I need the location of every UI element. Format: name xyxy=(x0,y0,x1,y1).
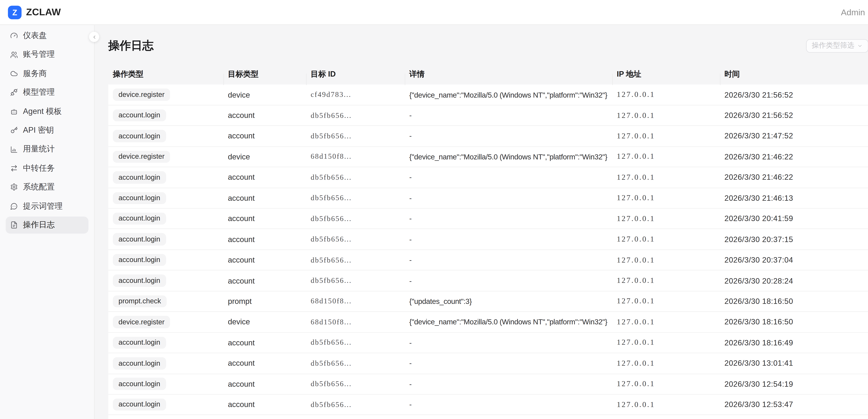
cell-time: 2026/3/30 20:37:04 xyxy=(720,256,868,264)
sidebar-item-operation-logs[interactable]: 操作日志 xyxy=(6,216,89,234)
top-bar: Z ZCLAW Admin xyxy=(0,0,868,25)
sidebar-item-models[interactable]: 模型管理 xyxy=(6,84,89,101)
action-type-tag: prompt.check xyxy=(113,295,167,307)
cell-time: 2026/3/30 18:16:49 xyxy=(720,338,868,347)
table-row: device.registerdevice68d150f8...{"device… xyxy=(108,147,868,168)
sidebar-item-api-keys[interactable]: API 密钥 xyxy=(6,122,89,139)
cell-target-id: db5fb656... xyxy=(306,131,405,141)
page-title: 操作日志 xyxy=(108,38,154,53)
cell-ip: 127.0.0.1 xyxy=(612,173,720,182)
sidebar-item-label: 仪表盘 xyxy=(23,31,47,41)
table-row: account.loginaccountdb5fb656...-127.0.0.… xyxy=(108,168,868,188)
cell-detail: - xyxy=(405,400,612,409)
cell-target-id: cf49d783... xyxy=(306,90,405,99)
cell-action-type: account.login xyxy=(108,378,223,390)
action-type-tag: account.login xyxy=(113,398,166,411)
cell-ip: 127.0.0.1 xyxy=(612,400,720,409)
chevron-down-icon xyxy=(857,43,863,49)
cell-target-id: db5fb656... xyxy=(306,256,405,265)
cell-action-type: account.login xyxy=(108,171,223,183)
cell-action-type: prompt.check xyxy=(108,295,223,307)
cell-action-type: device.register xyxy=(108,151,223,163)
cell-target-type: device xyxy=(223,318,306,326)
cell-action-type: account.login xyxy=(108,130,223,142)
sidebar-item-dashboard[interactable]: 仪表盘 xyxy=(6,27,89,44)
cell-ip: 127.0.0.1 xyxy=(612,214,720,223)
column-header-1: 目标类型 xyxy=(223,69,306,80)
cell-detail: - xyxy=(405,111,612,120)
chat-dots-icon xyxy=(10,202,18,210)
column-header-3: 详情 xyxy=(405,69,612,80)
cell-target-type: prompt xyxy=(223,297,306,306)
action-type-tag: account.login xyxy=(113,378,166,390)
users-icon xyxy=(10,51,18,59)
cell-ip: 127.0.0.1 xyxy=(612,131,720,141)
filter-placeholder: 操作类型筛选 xyxy=(812,41,854,51)
cell-detail: - xyxy=(405,338,612,347)
operation-logs-table: 操作类型目标类型目标 ID详情IP 地址时间 device.registerde… xyxy=(108,64,868,419)
cell-ip: 127.0.0.1 xyxy=(612,380,720,388)
table-header-row: 操作类型目标类型目标 ID详情IP 地址时间 xyxy=(108,64,868,85)
cell-target-type: account xyxy=(223,380,306,388)
cell-target-id: db5fb656... xyxy=(306,111,405,120)
cell-time: 2026/3/30 20:41:59 xyxy=(720,214,868,223)
cell-time: 2026/3/30 12:53:47 xyxy=(720,400,868,409)
table-row: account.loginaccountdb5fb656...-127.0.0.… xyxy=(108,106,868,126)
cell-action-type: device.register xyxy=(108,316,223,328)
sidebar-item-prompts[interactable]: 提示词管理 xyxy=(6,198,89,215)
cell-target-type: account xyxy=(223,276,306,285)
arrows-swap-icon xyxy=(10,164,18,172)
cell-target-type: account xyxy=(223,132,306,140)
action-type-tag: account.login xyxy=(113,336,166,349)
table-row: prompt.checkprompt68d150f8...{"updates_c… xyxy=(108,291,868,312)
cell-time: 2026/3/30 21:46:22 xyxy=(720,152,868,161)
cell-action-type: account.login xyxy=(108,254,223,266)
cell-ip: 127.0.0.1 xyxy=(612,193,720,203)
sidebar-item-providers[interactable]: 服务商 xyxy=(6,65,89,82)
cell-time: 2026/3/30 21:56:52 xyxy=(720,90,868,99)
sidebar-item-label: 模型管理 xyxy=(23,87,55,98)
cell-detail: - xyxy=(405,256,612,264)
action-type-tag: account.login xyxy=(113,110,166,122)
table-row: account.loginaccountdb5fb656...-127.0.0.… xyxy=(108,126,868,147)
cell-ip: 127.0.0.1 xyxy=(612,235,720,244)
sidebar-item-system-config[interactable]: 系统配置 xyxy=(6,179,89,196)
sidebar: 仪表盘账号管理服务商模型管理Agent 模板API 密钥用量统计中转任务系统配置… xyxy=(0,25,95,419)
sidebar-item-label: 账号管理 xyxy=(23,50,55,60)
cell-target-type: account xyxy=(223,256,306,264)
cell-detail: - xyxy=(405,276,612,285)
main-content: 操作日志 操作类型筛选 操作类型目标类型目标 ID详情IP 地址时间 devic… xyxy=(95,25,868,419)
sidebar-item-accounts[interactable]: 账号管理 xyxy=(6,46,89,63)
sidebar-collapse-button[interactable] xyxy=(89,32,99,42)
action-type-tag: account.login xyxy=(113,274,166,287)
action-type-tag: account.login xyxy=(113,171,166,183)
action-type-tag: account.login xyxy=(113,357,166,369)
brand-name: ZCLAW xyxy=(26,7,61,18)
cell-action-type: account.login xyxy=(108,213,223,225)
table-row: account.loginaccountdb5fb656...-127.0.0.… xyxy=(108,188,868,209)
sidebar-item-agent-templates[interactable]: Agent 模板 xyxy=(6,103,89,120)
cell-time: 2026/3/30 20:37:15 xyxy=(720,235,868,244)
column-header-5: 时间 xyxy=(720,69,868,80)
action-type-tag: account.login xyxy=(113,130,166,142)
cell-target-id: db5fb656... xyxy=(306,359,405,368)
action-type-filter-select[interactable]: 操作类型筛选 xyxy=(806,39,868,53)
cell-detail: - xyxy=(405,359,612,368)
cell-ip: 127.0.0.1 xyxy=(612,152,720,161)
cell-detail: {"device_name":"Mozilla/5.0 (Windows NT"… xyxy=(405,152,612,161)
cell-detail: - xyxy=(405,194,612,202)
action-type-tag: device.register xyxy=(113,89,170,101)
user-menu[interactable]: Admin xyxy=(841,7,865,17)
cell-target-type: account xyxy=(223,194,306,202)
plug-icon xyxy=(10,89,18,96)
cell-target-type: device xyxy=(223,152,306,161)
key-icon xyxy=(10,127,18,134)
table-row: account.loginaccountdb5fb656...-127.0.0.… xyxy=(108,271,868,291)
table-row: account.loginaccountdb5fb656...-127.0.0.… xyxy=(108,395,868,415)
cell-target-id: 68d150f8... xyxy=(306,318,405,326)
sidebar-item-relay-tasks[interactable]: 中转任务 xyxy=(6,160,89,177)
cell-action-type: account.login xyxy=(108,357,223,369)
bar-chart-icon xyxy=(10,146,18,153)
sidebar-item-usage-stats[interactable]: 用量统计 xyxy=(6,141,89,158)
sidebar-item-label: 提示词管理 xyxy=(23,201,63,211)
